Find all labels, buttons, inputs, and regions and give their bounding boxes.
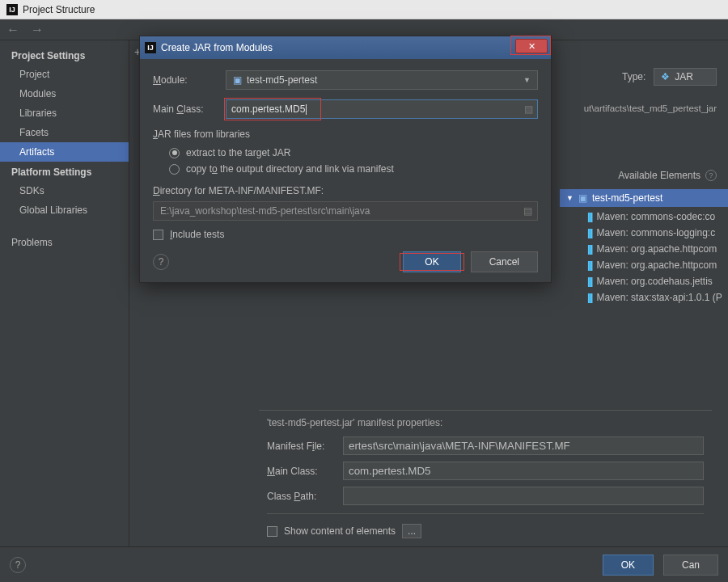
- manifest-file-label: Manifest File:: [267, 441, 335, 452]
- radio-extract[interactable]: extract to the target JAR: [169, 145, 538, 161]
- sidebar-item-modules[interactable]: Modules: [0, 84, 129, 103]
- sidebar-item-artifacts[interactable]: Artifacts: [0, 142, 129, 162]
- outer-footer: ? OK Can: [0, 546, 728, 582]
- module-label: Module:: [153, 74, 216, 86]
- show-content-label: Show content of elements: [284, 525, 396, 537]
- sidebar-item-project[interactable]: Project: [0, 65, 129, 84]
- type-row: Type: ❖ JAR: [622, 68, 717, 86]
- create-jar-dialog: IJ Create JAR from Modules ✕ Module: ▣ t…: [139, 36, 552, 283]
- sidebar: Project Settings Project Modules Librari…: [0, 40, 129, 546]
- dialog-main-class-input[interactable]: com.pertest.MD5: [226, 99, 538, 119]
- class-path-label: Class Path:: [267, 491, 335, 502]
- radio-icon: [169, 148, 180, 158]
- directory-label: Directory for META-INF/MANIFEST.MF:: [153, 185, 538, 196]
- sidebar-item-sdks[interactable]: SDKs: [0, 181, 129, 200]
- include-tests-checkbox[interactable]: [153, 230, 163, 240]
- main-class-label: Main Class:: [267, 466, 335, 477]
- type-select[interactable]: ❖ JAR: [654, 68, 717, 86]
- available-elements-label: Available Elements: [618, 170, 700, 181]
- manifest-file-input[interactable]: [343, 436, 704, 455]
- back-arrow-icon[interactable]: ←: [6, 23, 19, 37]
- title-bar: IJ Project Structure: [0, 0, 728, 19]
- module-select[interactable]: ▣ test-md5-pertest ▼: [226, 70, 538, 90]
- help-button[interactable]: ?: [10, 557, 26, 573]
- tree-lib[interactable]: ||||Maven: org.apache.httpcom: [587, 241, 728, 257]
- library-icon: ||||: [587, 259, 591, 271]
- outer-cancel-button[interactable]: Can: [663, 555, 718, 576]
- tree-lib[interactable]: ||||Maven: commons-logging:c: [587, 225, 728, 241]
- sidebar-section-platform: Platform Settings: [0, 162, 129, 181]
- forward-arrow-icon[interactable]: →: [31, 23, 44, 37]
- tree-lib[interactable]: ||||Maven: org.apache.httpcom: [587, 257, 728, 273]
- dialog-title-bar[interactable]: IJ Create JAR from Modules ✕: [140, 36, 551, 59]
- class-path-input[interactable]: [343, 487, 704, 505]
- tree-root-label: test-md5-pertest: [592, 192, 662, 204]
- jar-icon: ❖: [661, 71, 670, 82]
- browse-directory-icon[interactable]: ▤: [523, 205, 532, 217]
- available-elements-header: Available Elements ?: [618, 170, 717, 181]
- type-value: JAR: [675, 71, 693, 82]
- sidebar-item-libraries[interactable]: Libraries: [0, 103, 129, 123]
- dialog-title: Create JAR from Modules: [161, 42, 273, 53]
- sidebar-section-project: Project Settings: [0, 45, 129, 65]
- module-icon: ▣: [233, 74, 242, 86]
- include-tests-row: Include tests: [153, 229, 538, 240]
- library-icon: ||||: [587, 276, 591, 287]
- chevron-down-icon: ▼: [523, 76, 531, 84]
- sidebar-item-problems[interactable]: Problems: [0, 233, 129, 252]
- library-icon: ||||: [587, 227, 591, 238]
- output-path: ut\artifacts\test_md5_pertest_jar: [584, 103, 717, 113]
- dialog-cancel-button[interactable]: Cancel: [471, 251, 538, 272]
- intellij-icon: IJ: [145, 42, 156, 53]
- radio-icon: [169, 164, 180, 175]
- module-icon: ▣: [578, 192, 587, 204]
- main-class-row: Main Class: com.pertest.MD5 ▤: [153, 99, 538, 119]
- module-row: Module: ▣ test-md5-pertest ▼: [153, 70, 538, 90]
- main-class-input[interactable]: [343, 462, 704, 480]
- available-elements-tree: ▼ ▣ test-md5-pertest ||||Maven: commons-…: [560, 189, 728, 306]
- close-button[interactable]: ✕: [515, 39, 548, 53]
- radio-copy[interactable]: copy to the output directory and link vi…: [169, 161, 538, 177]
- intellij-icon: IJ: [6, 4, 18, 15]
- dialog-ok-button[interactable]: OK: [403, 251, 460, 272]
- help-icon[interactable]: ?: [705, 170, 717, 181]
- jar-files-section-label: JAR files from libraries: [153, 129, 538, 140]
- type-label: Type:: [622, 71, 645, 82]
- manifest-panel: 'test-md5-pertest.jar' manifest properti…: [259, 410, 712, 546]
- dialog-footer: ? OK Cancel: [153, 251, 538, 272]
- library-icon: ||||: [587, 292, 591, 303]
- dialog-main-class-label: Main Class:: [153, 103, 216, 115]
- library-icon: ||||: [587, 211, 591, 222]
- radio-group: extract to the target JAR copy to the ou…: [153, 145, 538, 177]
- directory-input[interactable]: E:\java_workshop\test-md5-pertest\src\ma…: [153, 201, 538, 221]
- outer-ok-button[interactable]: OK: [603, 555, 654, 576]
- expand-arrow-icon[interactable]: ▼: [566, 194, 574, 202]
- show-content-more-button[interactable]: ...: [402, 524, 421, 538]
- tree-root[interactable]: ▼ ▣ test-md5-pertest: [560, 189, 728, 207]
- sidebar-item-facets[interactable]: Facets: [0, 123, 129, 142]
- tree-lib[interactable]: ||||Maven: commons-codec:co: [587, 209, 728, 225]
- tree-children: ||||Maven: commons-codec:co ||||Maven: c…: [560, 207, 728, 306]
- tree-lib[interactable]: ||||Maven: org.codehaus.jettis: [587, 273, 728, 289]
- show-content-checkbox[interactable]: [267, 526, 277, 537]
- show-content-row: Show content of elements ...: [259, 516, 712, 546]
- module-value: test-md5-pertest: [247, 74, 317, 86]
- nav-arrows: ← →: [6, 23, 44, 37]
- tree-lib[interactable]: ||||Maven: stax:stax-api:1.0.1 (P: [587, 289, 728, 306]
- browse-main-class-icon[interactable]: ▤: [524, 103, 533, 115]
- text-cursor: [306, 104, 307, 115]
- dialog-body: Module: ▣ test-md5-pertest ▼ Main Class:…: [140, 59, 551, 282]
- window-title: Project Structure: [23, 4, 95, 15]
- dialog-help-button[interactable]: ?: [153, 254, 169, 270]
- library-icon: ||||: [587, 243, 591, 255]
- manifest-header: 'test-md5-pertest.jar' manifest properti…: [259, 411, 712, 433]
- sidebar-item-global-libraries[interactable]: Global Libraries: [0, 200, 129, 220]
